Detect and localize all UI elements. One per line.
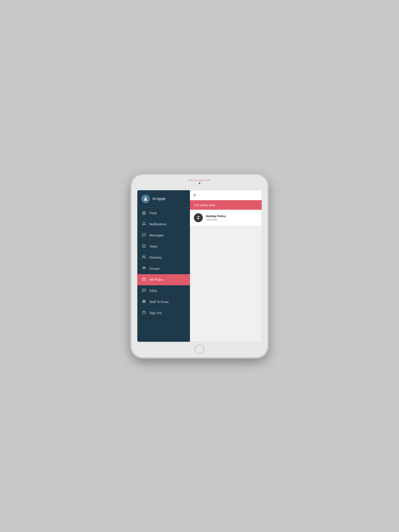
sidebar-item-groups[interactable]: Groups [137, 263, 190, 274]
sidebar-item-tasks[interactable]: Tasks [137, 241, 190, 252]
policy-item-title: Holiday Policy [206, 214, 226, 218]
svg-point-9 [144, 301, 145, 302]
svg-point-0 [145, 197, 147, 199]
sidebar-item-messages[interactable]: Messages [137, 230, 190, 241]
messages-icon [142, 233, 146, 238]
main-content: ≡ 1 hr policy total Z Holiday Policy Cli… [190, 190, 262, 342]
main-header: ≡ [190, 190, 262, 201]
directory-label: Directory [149, 256, 162, 259]
sign-out-label: Sign Out [149, 311, 161, 315]
camera-dot [199, 183, 200, 184]
svg-point-1 [143, 256, 144, 257]
tasks-label: Tasks [149, 245, 157, 248]
policy-item[interactable]: Z Holiday Policy Click here [190, 210, 262, 226]
tablet-frame: Click to edit this text Hi Apple [131, 174, 268, 358]
edit-hint-text: Click to edit this text [188, 179, 211, 182]
notifications-label: Notifications [149, 222, 166, 226]
messages-label: Messages [149, 234, 164, 237]
svg-point-3 [144, 267, 145, 268]
user-name: Hi Apple [153, 197, 166, 201]
policy-item-subtitle: Click here [206, 218, 226, 221]
policy-count-header: 1 hr policy total [190, 201, 262, 210]
policy-item-icon: Z [194, 213, 203, 222]
policy-item-info: Holiday Policy Click here [206, 214, 226, 221]
sidebar-nav: Feed Notifications [137, 208, 190, 342]
sidebar-item-sign-out[interactable]: Sign Out [137, 307, 190, 319]
content-body: 1 hr policy total Z Holiday Policy Click… [190, 201, 262, 342]
sidebar-item-faqs[interactable]: FAQs [137, 285, 190, 296]
sidebar-item-stuff-to-know[interactable]: Stuff To Know [137, 296, 190, 307]
feed-label: Feed [149, 211, 156, 215]
groups-label: Groups [149, 267, 160, 271]
hr-policy-icon [142, 277, 146, 282]
tablet-screen: Hi Apple Feed [137, 190, 262, 342]
sidebar: Hi Apple Feed [137, 190, 190, 342]
stuff-to-know-label: Stuff To Know [149, 300, 168, 304]
feed-icon [142, 211, 146, 215]
sidebar-item-notifications[interactable]: Notifications [137, 219, 190, 230]
home-button[interactable] [195, 345, 204, 354]
notifications-icon [142, 222, 146, 227]
faqs-label: FAQs [149, 289, 157, 293]
sidebar-item-hr-policy[interactable]: HR Policy [137, 274, 190, 285]
policy-list: Z Holiday Policy Click here [190, 210, 262, 226]
stuff-to-know-icon [142, 299, 146, 304]
groups-icon [142, 266, 146, 271]
sign-out-icon [142, 310, 146, 316]
svg-point-2 [143, 267, 144, 268]
tasks-icon [142, 244, 146, 249]
directory-icon [142, 255, 146, 260]
hr-policy-label: HR Policy [149, 278, 163, 282]
hamburger-icon[interactable]: ≡ [193, 193, 196, 197]
sidebar-item-directory[interactable]: Directory [137, 252, 190, 263]
faqs-icon [142, 288, 146, 293]
sidebar-item-feed[interactable]: Feed [137, 208, 190, 219]
tablet-top-bar: Click to edit this text [188, 179, 211, 184]
avatar [141, 195, 150, 203]
sidebar-user[interactable]: Hi Apple [137, 190, 190, 208]
